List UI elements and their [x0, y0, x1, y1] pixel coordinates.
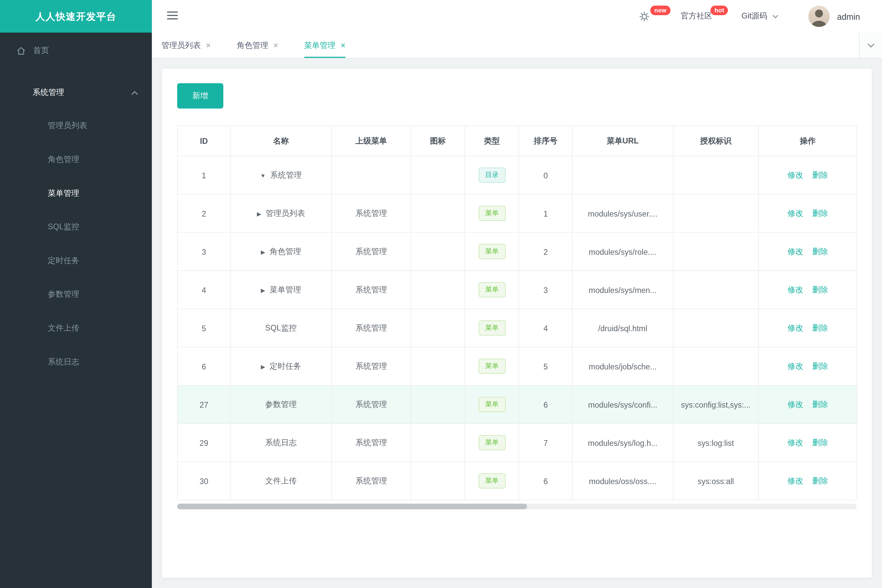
col-header-perms: 授权标识	[673, 126, 759, 156]
sidebar-item-file-upload[interactable]: 文件上传	[0, 311, 152, 345]
cell-name: ▶角色管理	[230, 232, 332, 270]
chevron-up-icon	[131, 90, 138, 95]
cell-icon	[411, 309, 465, 347]
cell-type: 菜单	[465, 386, 519, 424]
edit-link[interactable]: 修改	[787, 246, 803, 255]
edit-link[interactable]: 修改	[787, 361, 803, 370]
delete-link[interactable]: 删除	[812, 208, 828, 217]
username[interactable]: admin	[837, 11, 860, 21]
delete-link[interactable]: 删除	[812, 323, 828, 332]
sidebar-item-system-log[interactable]: 系统日志	[0, 345, 152, 379]
tab-role-manage[interactable]: 角色管理 ×	[237, 33, 278, 58]
table-header-row: ID 名称 上级菜单 图标 类型 排序号 菜单URL 授权标识 操作	[177, 126, 857, 156]
type-badge: 菜单	[479, 321, 506, 336]
sidebar-item-menu-manage[interactable]: 菜单管理	[0, 177, 152, 210]
cell-icon	[411, 156, 465, 194]
edit-link[interactable]: 修改	[787, 285, 803, 294]
sidebar-item-label: 系统日志	[48, 357, 80, 367]
tab-admin-list[interactable]: 管理员列表 ×	[161, 33, 210, 58]
cell-perms	[673, 156, 759, 194]
sidebar-item-param-manage[interactable]: 参数管理	[0, 278, 152, 311]
community-link[interactable]: 官方社区 hot	[681, 11, 712, 21]
type-badge: 菜单	[479, 473, 506, 488]
content-area: 新增 ID 名称 上级菜单 图标 类型 排	[152, 58, 882, 588]
delete-link[interactable]: 删除	[812, 361, 828, 370]
tab-list-dropdown[interactable]	[859, 33, 882, 58]
git-label: Git源码	[741, 11, 767, 21]
tabbar-spacer	[371, 33, 859, 58]
delete-link[interactable]: 删除	[812, 399, 828, 408]
cell-icon	[411, 424, 465, 462]
edit-link[interactable]: 修改	[787, 170, 803, 179]
tree-expand-icon[interactable]: ▶	[257, 210, 261, 216]
edit-link[interactable]: 修改	[787, 323, 803, 332]
cell-id: 2	[177, 194, 230, 232]
delete-link[interactable]: 删除	[812, 170, 828, 179]
cell-order: 6	[519, 462, 572, 500]
cell-name: 系统日志	[230, 424, 332, 462]
delete-link[interactable]: 删除	[812, 246, 828, 255]
tree-expand-icon[interactable]: ▶	[261, 249, 265, 255]
cell-order: 5	[519, 347, 572, 385]
tab-menu-manage[interactable]: 菜单管理 ×	[304, 33, 346, 58]
tree-expand-icon[interactable]: ▶	[261, 287, 265, 293]
delete-link[interactable]: 删除	[812, 476, 828, 485]
cell-name: ▼系统管理	[230, 156, 332, 194]
sidebar-item-role-manage[interactable]: 角色管理	[0, 143, 152, 177]
menu-name: 定时任务	[270, 361, 301, 370]
edit-link[interactable]: 修改	[787, 438, 803, 447]
tree-collapse-icon[interactable]: ▼	[260, 172, 266, 178]
menu-toggle-icon[interactable]	[167, 11, 178, 22]
col-header-parent: 上级菜单	[332, 126, 411, 156]
type-badge: 菜单	[479, 435, 506, 450]
cell-id: 29	[177, 424, 230, 462]
edit-link[interactable]: 修改	[787, 208, 803, 217]
sidebar-group-system[interactable]: 系统管理	[0, 76, 152, 109]
close-icon[interactable]: ×	[341, 41, 346, 49]
sidebar-item-admin-list[interactable]: 管理员列表	[0, 109, 152, 143]
cell-name: ▶管理员列表	[230, 194, 332, 232]
horizontal-scrollbar[interactable]	[177, 504, 856, 510]
avatar[interactable]	[808, 6, 830, 27]
edit-link[interactable]: 修改	[787, 399, 803, 408]
cell-id: 4	[177, 270, 230, 309]
new-badge: new	[650, 5, 670, 15]
cell-perms	[673, 194, 759, 232]
cell-order: 0	[519, 156, 572, 194]
menu-name: 参数管理	[265, 399, 297, 408]
close-icon[interactable]: ×	[273, 41, 278, 49]
table-row: 4 ▶菜单管理 系统管理 菜单 3 modules/sys/men... 修改删…	[177, 270, 857, 309]
git-source-dropdown[interactable]: Git源码	[741, 11, 779, 21]
delete-link[interactable]: 删除	[812, 285, 828, 294]
cell-ops: 修改删除	[759, 156, 857, 194]
col-header-id: ID	[177, 126, 230, 156]
cell-order: 6	[519, 386, 572, 424]
chevron-down-icon	[772, 14, 778, 18]
edit-link[interactable]: 修改	[787, 476, 803, 485]
sidebar-item-label: 菜单管理	[48, 188, 80, 198]
cell-parent: 系统管理	[332, 232, 411, 270]
menu-name: 菜单管理	[270, 285, 301, 294]
hot-badge: hot	[711, 6, 728, 15]
table-row: 5 SQL监控 系统管理 菜单 4 /druid/sql.html 修改删除	[177, 309, 857, 347]
add-button[interactable]: 新增	[177, 83, 223, 108]
close-icon[interactable]: ×	[206, 41, 211, 49]
tab-label: 角色管理	[237, 40, 268, 50]
delete-link[interactable]: 删除	[812, 438, 828, 447]
sidebar-item-label: 文件上传	[48, 323, 80, 333]
settings-gear-button[interactable]: new	[639, 11, 650, 22]
sidebar-item-home[interactable]: 首页	[0, 33, 152, 68]
cell-icon	[411, 232, 465, 270]
menu-name: 角色管理	[270, 246, 301, 255]
cell-url: /druid/sql.html	[572, 309, 673, 347]
table-row-highlighted: 27 参数管理 系统管理 菜单 6 modules/sys/confi... s…	[177, 386, 857, 424]
cell-url: modules/sys/men...	[572, 270, 673, 309]
sidebar-item-sql-monitor[interactable]: SQL监控	[0, 210, 152, 244]
table-row: 1 ▼系统管理 目录 0 修改删除	[177, 156, 857, 194]
col-header-icon: 图标	[411, 126, 465, 156]
cell-id: 30	[177, 462, 230, 500]
cell-name: 参数管理	[230, 386, 332, 424]
tree-expand-icon[interactable]: ▶	[261, 363, 265, 369]
scrollbar-thumb[interactable]	[177, 504, 527, 510]
sidebar-item-scheduled-tasks[interactable]: 定时任务	[0, 244, 152, 278]
